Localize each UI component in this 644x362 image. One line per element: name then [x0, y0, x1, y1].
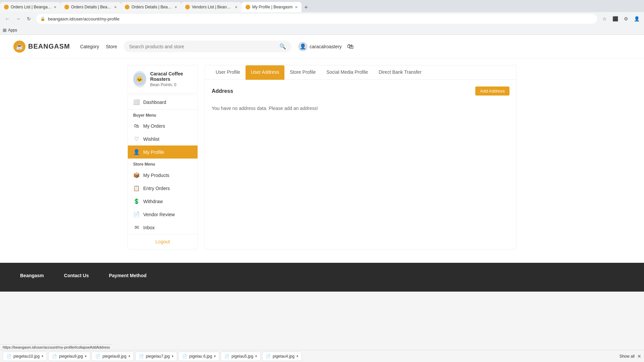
vendor-review-label: Vendor Review [143, 212, 175, 217]
browser-toolbar: ← → ↻ 🔒 beangasm.id/user/account/my-prof… [0, 12, 644, 25]
browser-tab-1[interactable]: Orders List | Beangasm ✕ [0, 2, 60, 12]
content-header: Address Add Address [212, 86, 509, 96]
forward-button[interactable]: → [13, 14, 23, 23]
empty-message: You have no address data. Please add an … [212, 102, 509, 114]
content-area: User Profile User Address Store Profile … [205, 65, 517, 249]
tab-label-5: My Profile | Beangasm [252, 5, 293, 9]
my-profile-label: My Profile [143, 149, 164, 155]
tab-label-1: Orders List | Beangasm [11, 5, 52, 9]
browser-tab-3[interactable]: Orders Details | Beangasm ✕ [121, 2, 181, 12]
cart-icon[interactable]: 🛍 [347, 43, 354, 50]
withdraw-icon: 💲 [133, 198, 140, 204]
tab-close-1[interactable]: ✕ [54, 5, 56, 9]
apps-label[interactable]: Apps [8, 28, 17, 33]
header-actions: 👤 caracalroastery 🛍 [298, 42, 354, 51]
content-tabs: User Profile User Address Store Profile … [205, 65, 516, 80]
footer-col-beangasm: Beangasm [20, 273, 44, 282]
vendor-review-icon: 📄 [133, 211, 140, 218]
footer-col-contact: Contact Us [64, 273, 89, 282]
section-title: Address [212, 88, 233, 94]
profile-name: Caracal Coffee Roasters [150, 71, 192, 82]
buyer-menu-label: Buyer Menu [128, 110, 198, 120]
tab-close-2[interactable]: ✕ [114, 5, 117, 9]
nav-category[interactable]: Category [80, 44, 99, 49]
profile-avatar: 🐱 [133, 71, 146, 87]
search-bar[interactable]: 🔍 [124, 41, 291, 52]
sidebar-item-my-products[interactable]: 📦 My Products [128, 169, 198, 182]
toolbar-actions: ☆ ⬛ ⚙ 👤 [600, 14, 641, 23]
tab-close-3[interactable]: ✕ [174, 5, 177, 9]
sidebar-item-wishlist[interactable]: ♡ Wishlist [128, 132, 198, 145]
username: caracalroastery [310, 44, 342, 49]
sidebar-item-entry-orders[interactable]: 📋 Entry Orders [128, 182, 198, 195]
withdraw-label: Withdraw [143, 199, 163, 204]
address-text: beangasm.id/user/account/my-profile [48, 16, 593, 21]
website: ☕ BEANGASM Category Store 🔍 👤 caracalroa… [0, 35, 644, 292]
sidebar-menu: ⬜ Dashboard Buyer Menu 🛍 My Orders ♡ Wis… [127, 95, 198, 249]
logo-icon: ☕ [13, 41, 25, 53]
footer-columns: Beangasm Contact Us Payment Method [20, 273, 624, 282]
tab-direct-bank-transfer[interactable]: Direct Bank Transfer [373, 65, 427, 79]
user-info[interactable]: 👤 caracalroastery [298, 42, 342, 51]
browser-tab-2[interactable]: Orders Details | Beangasm ✕ [60, 2, 121, 12]
tab-icon-1 [4, 5, 9, 9]
profile-info: Caracal Coffee Roasters Bean Points: 0 [150, 71, 192, 87]
search-input[interactable] [129, 44, 277, 49]
tab-user-profile[interactable]: User Profile [210, 65, 246, 79]
sidebar-item-inbox[interactable]: ✉ Inbox [128, 221, 198, 234]
logo-text: BEANGASM [28, 43, 70, 50]
browser-tab-5[interactable]: My Profile | Beangasm ✕ [241, 2, 302, 12]
sidebar-item-my-profile[interactable]: 👤 My Profile [128, 145, 198, 159]
my-profile-icon: 👤 [133, 149, 140, 155]
my-products-icon: 📦 [133, 172, 140, 178]
profile-points: Bean Points: 0 [150, 82, 192, 87]
sidebar-item-my-orders[interactable]: 🛍 My Orders [128, 120, 198, 132]
footer-col-payment: Payment Method [109, 273, 147, 282]
inbox-label: Inbox [143, 225, 155, 230]
svg-text:🐱: 🐱 [136, 75, 143, 83]
browser-tab-4[interactable]: Vendors List | Beangasm ✕ [181, 2, 241, 12]
sidebar-item-vendor-review[interactable]: 📄 Vendor Review [128, 208, 198, 221]
back-button[interactable]: ← [3, 14, 12, 23]
tab-user-address[interactable]: User Address [246, 65, 284, 80]
footer-payment-title: Payment Method [109, 273, 147, 278]
site-footer: Beangasm Contact Us Payment Method [0, 263, 644, 292]
search-icon[interactable]: 🔍 [279, 43, 286, 50]
tab-store-profile[interactable]: Store Profile [284, 65, 321, 79]
tab-social-media-profile[interactable]: Social Media Profile [321, 65, 373, 79]
tab-icon-4 [185, 5, 190, 9]
extension-icon-2[interactable]: ⚙ [621, 14, 631, 23]
lock-icon: 🔒 [40, 16, 45, 21]
sidebar-item-withdraw[interactable]: 💲 Withdraw [128, 195, 198, 208]
wishlist-label: Wishlist [143, 136, 159, 142]
logo[interactable]: ☕ BEANGASM [13, 41, 70, 53]
entry-orders-icon: 📋 [133, 185, 140, 191]
content-body: Address Add Address You have no address … [205, 80, 516, 121]
my-orders-label: My Orders [143, 123, 165, 129]
tab-label-4: Vendors List | Beangasm [192, 5, 233, 9]
nav-store[interactable]: Store [106, 44, 117, 49]
footer-beangasm-title: Beangasm [20, 273, 44, 278]
main-content: 🐱 Caracal Coffee Roasters Bean Points: 0… [121, 58, 523, 256]
user-avatar: 👤 [298, 42, 308, 51]
tab-icon-3 [125, 5, 129, 9]
extension-icon-1[interactable]: ⬛ [610, 14, 620, 23]
reload-button[interactable]: ↻ [24, 14, 34, 23]
add-address-button[interactable]: Add Address [475, 86, 509, 96]
sidebar-dashboard[interactable]: ⬜ Dashboard [128, 95, 198, 110]
tab-icon-5 [246, 5, 250, 9]
apps-grid-icon: ⊞ [3, 27, 7, 33]
store-menu-label: Store Menu [128, 159, 198, 169]
tab-icon-2 [64, 5, 69, 9]
address-bar[interactable]: 🔒 beangasm.id/user/account/my-profile [36, 14, 597, 24]
tab-close-4[interactable]: ✕ [235, 5, 237, 9]
new-tab-button[interactable]: + [302, 3, 311, 12]
user-profile-icon[interactable]: 👤 [632, 14, 641, 23]
tab-close-5[interactable]: ✕ [295, 5, 298, 9]
bookmark-icon[interactable]: ☆ [600, 14, 609, 23]
my-orders-icon: 🛍 [133, 123, 140, 129]
apps-bar: ⊞ Apps [0, 25, 644, 35]
wishlist-icon: ♡ [133, 136, 140, 142]
logout-button[interactable]: Logout [128, 234, 198, 249]
sidebar: 🐱 Caracal Coffee Roasters Bean Points: 0… [127, 65, 198, 249]
